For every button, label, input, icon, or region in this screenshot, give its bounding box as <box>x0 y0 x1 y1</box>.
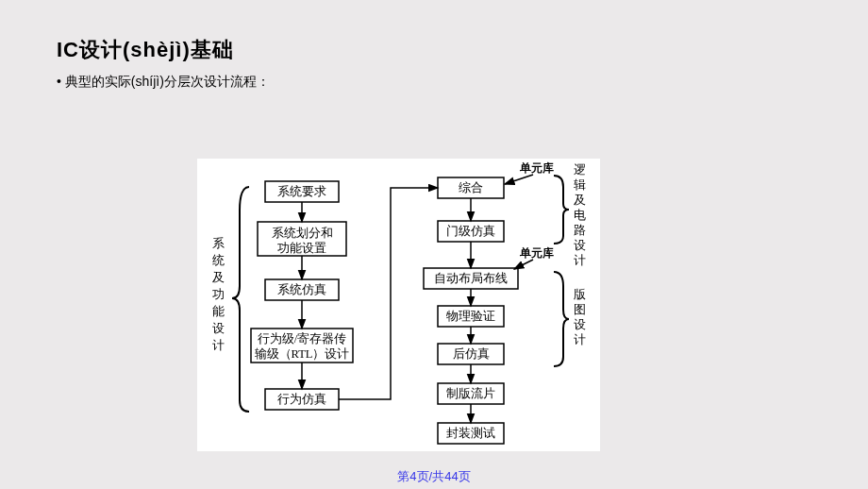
box-package-test: 封装测试 <box>446 427 495 440</box>
box-system-requirement: 系统要求 <box>277 185 326 198</box>
flow-diagram: 系统要求 系统划分和 功能设置 系统仿真 行为级/寄存器传 输级（RTL）设计 … <box>197 159 600 451</box>
box-phys-verify: 物理验证 <box>446 310 495 323</box>
svg-text:功: 功 <box>212 287 225 301</box>
anno-lib-2: 单元库 <box>519 246 554 260</box>
box-tapeout: 制版流片 <box>446 386 495 400</box>
box-behavior-sim: 行为仿真 <box>277 393 326 406</box>
box-pnr: 自动布局布线 <box>434 272 508 285</box>
box-synthesis: 综合 <box>459 181 483 194</box>
page-footer: 第4页/共44页 <box>397 468 470 485</box>
svg-text:版: 版 <box>574 287 586 301</box>
svg-text:图: 图 <box>574 302 586 316</box>
svg-text:计: 计 <box>212 338 225 352</box>
svg-text:统: 统 <box>212 253 225 267</box>
svg-text:路: 路 <box>574 223 586 237</box>
svg-text:及: 及 <box>574 193 586 207</box>
svg-text:设: 设 <box>574 317 586 331</box>
svg-text:输级（RTL）设计: 输级（RTL）设计 <box>255 347 350 361</box>
svg-line-27 <box>514 260 533 269</box>
box-system-sim: 系统仿真 <box>277 283 326 296</box>
anno-lib-1: 单元库 <box>519 161 554 175</box>
svg-text:计: 计 <box>574 253 586 267</box>
svg-text:功能设置: 功能设置 <box>277 242 326 255</box>
box-gate-sim: 门级仿真 <box>446 224 495 238</box>
box-post-sim: 后仿真 <box>453 347 490 361</box>
svg-text:能: 能 <box>212 304 225 318</box>
svg-text:行为级/寄存器传: 行为级/寄存器传 <box>258 331 346 346</box>
svg-text:计: 计 <box>574 332 586 346</box>
svg-text:电: 电 <box>574 208 586 222</box>
svg-text:逻: 逻 <box>574 162 586 177</box>
svg-text:及: 及 <box>212 270 225 284</box>
svg-text:设: 设 <box>574 238 586 252</box>
svg-text:系统划分和: 系统划分和 <box>272 227 333 240</box>
page-title: IC设计(shèjì)基础 <box>57 36 234 64</box>
svg-text:设: 设 <box>212 321 225 335</box>
svg-line-26 <box>505 175 533 184</box>
bullet-text: • 典型的实际(shíjì)分层次设计流程： <box>57 74 270 91</box>
svg-text:辑: 辑 <box>574 177 586 192</box>
svg-text:系: 系 <box>212 236 225 250</box>
